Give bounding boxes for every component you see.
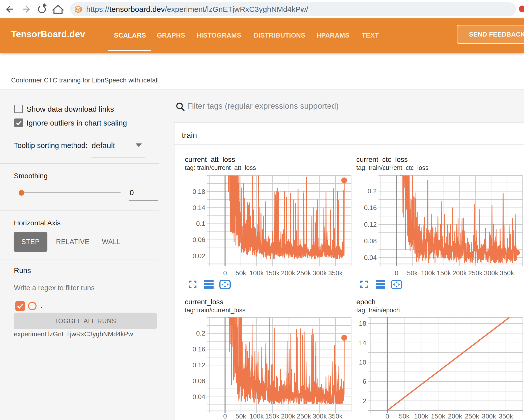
svg-text:18: 18 xyxy=(359,320,366,327)
svg-text:50k: 50k xyxy=(399,412,410,420)
svg-text:250k: 250k xyxy=(465,412,479,420)
svg-text:200k: 200k xyxy=(448,412,462,420)
svg-text:350k: 350k xyxy=(499,412,513,420)
svg-text:0: 0 xyxy=(385,412,389,420)
svg-text:150k: 150k xyxy=(431,412,445,420)
svg-text:300k: 300k xyxy=(482,412,496,420)
svg-text:14: 14 xyxy=(359,339,366,347)
svg-text:100k: 100k xyxy=(414,412,428,420)
svg-text:6: 6 xyxy=(363,378,366,385)
svg-text:10: 10 xyxy=(359,358,366,366)
svg-text:2: 2 xyxy=(363,397,366,405)
